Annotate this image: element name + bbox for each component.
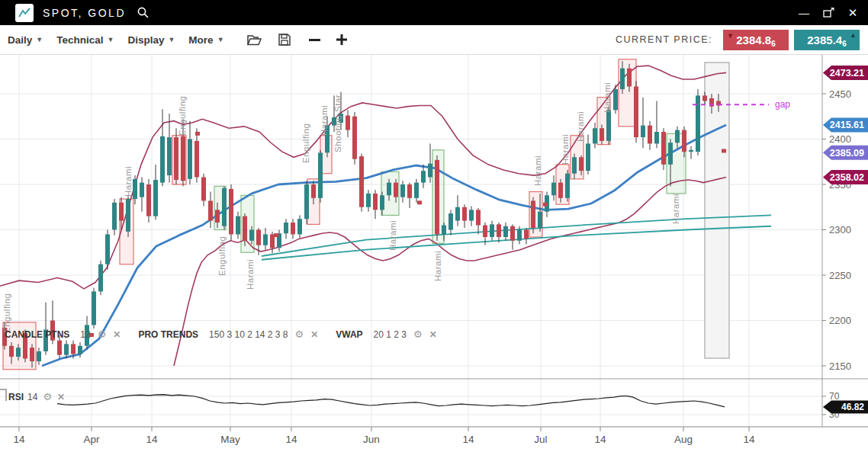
y-tick-label: 2450 xyxy=(829,88,851,100)
trading-app-window: SPOT, GOLD — ✕ Daily▼ Technical▼ xyxy=(0,0,868,455)
pattern-label: Harami xyxy=(533,155,542,186)
bid-pip-digit: 6 xyxy=(771,40,776,48)
pattern-label: Harami xyxy=(124,166,133,197)
y-tick-label: 2250 xyxy=(829,270,851,281)
bullish-candle xyxy=(442,226,446,235)
x-tick-label: Apr xyxy=(83,434,100,445)
bearish-candle xyxy=(394,183,398,197)
close-icon[interactable]: ✕ xyxy=(310,329,318,340)
pattern-label: Engulfing xyxy=(301,123,310,163)
bearish-candle xyxy=(579,157,583,171)
minimize-button[interactable]: — xyxy=(798,7,810,19)
bullish-candle xyxy=(64,344,69,354)
x-tick-label: 14 xyxy=(13,434,25,445)
bearish-candle xyxy=(146,184,151,216)
bullish-candle xyxy=(490,224,494,237)
bullish-candle xyxy=(98,264,103,292)
pattern-label: Harami xyxy=(576,111,585,142)
bullish-candle xyxy=(380,195,384,210)
gear-icon[interactable]: ⚙ xyxy=(98,328,107,340)
bullish-candle xyxy=(284,223,288,233)
bearish-candle xyxy=(373,194,378,210)
arrow-down-icon: ▼ xyxy=(727,33,734,40)
bullish-candle xyxy=(37,351,41,361)
bullish-candle xyxy=(105,234,110,264)
zoom-in-icon[interactable] xyxy=(336,34,348,46)
rsi-legend-row: RSI14 ⚙✕ xyxy=(8,391,76,402)
bullish-candle xyxy=(85,325,89,345)
bearish-candle xyxy=(627,69,632,87)
bullish-candle xyxy=(366,194,371,207)
pattern-label: Harami xyxy=(388,220,397,251)
y-tick-label: 2400 xyxy=(829,133,851,145)
open-file-icon[interactable] xyxy=(247,34,262,46)
close-icon[interactable]: ✕ xyxy=(113,329,121,340)
bullish-candle xyxy=(675,130,680,143)
x-tick-label: 14 xyxy=(285,434,297,445)
bearish-candle xyxy=(359,156,364,207)
titlebar: SPOT, GOLD — ✕ xyxy=(0,0,868,25)
x-tick-label: 14 xyxy=(462,434,474,445)
menu-display-label: Display xyxy=(127,34,164,46)
x-tick-label: Jun xyxy=(363,434,380,445)
gear-icon[interactable]: ⚙ xyxy=(43,391,52,402)
bullish-candle xyxy=(538,212,542,228)
vwap-line xyxy=(262,215,771,256)
vwap-line xyxy=(262,226,771,260)
restore-button[interactable] xyxy=(822,7,834,19)
close-button[interactable]: ✕ xyxy=(847,7,859,19)
window-controls: — ✕ xyxy=(798,7,859,19)
bullish-candle xyxy=(689,150,693,152)
menu-timeframe-label: Daily xyxy=(8,34,32,46)
rsi-drag-handle[interactable] xyxy=(0,389,7,401)
chart-area[interactable]: EngulfingHaramiEngulfingEngulfingHaramiE… xyxy=(0,55,868,455)
rsi-value-badge-text: 46.82 xyxy=(841,402,864,412)
bearish-candle xyxy=(50,321,55,341)
bid-price-badge: ▼ 2384.86 xyxy=(723,30,789,50)
bearish-candle xyxy=(510,226,515,241)
gear-icon[interactable]: ⚙ xyxy=(413,328,423,340)
bearish-candle xyxy=(57,341,62,355)
close-icon[interactable]: ✕ xyxy=(57,392,65,402)
bullish-candle xyxy=(318,152,323,198)
bullish-candle xyxy=(92,291,96,325)
bullish-candle xyxy=(297,219,302,234)
pattern-label: Engulfing xyxy=(178,96,187,136)
bullish-candle xyxy=(140,183,144,197)
close-icon[interactable]: ✕ xyxy=(429,329,437,340)
bullish-candle xyxy=(16,348,21,357)
bullish-candle xyxy=(167,137,172,175)
bearish-candle xyxy=(483,226,487,237)
menu-more-label: More xyxy=(188,34,213,46)
bullish-candle xyxy=(112,203,117,230)
pattern-label: Harami xyxy=(433,251,442,281)
pattern-marker-dot xyxy=(417,200,422,204)
bearish-candle xyxy=(661,132,666,165)
menu-technical[interactable]: Technical▼ xyxy=(56,34,114,46)
bullish-candle xyxy=(503,226,508,237)
zoom-out-icon[interactable] xyxy=(309,39,320,41)
bullish-candle xyxy=(448,213,453,229)
pattern-marker-dot xyxy=(274,233,278,237)
menu-display[interactable]: Display▼ xyxy=(127,34,175,46)
menu-timeframe[interactable]: Daily▼ xyxy=(8,34,43,46)
chevron-down-icon: ▼ xyxy=(36,36,43,43)
gear-icon[interactable]: ⚙ xyxy=(295,328,304,340)
menu-more[interactable]: More▼ xyxy=(188,34,223,46)
x-tick-label: Aug xyxy=(674,434,693,445)
bearish-candle xyxy=(476,210,481,225)
bullish-candle xyxy=(188,139,192,179)
bullish-candle xyxy=(133,179,137,199)
bearish-candle xyxy=(600,128,604,141)
y-tick-label: 2200 xyxy=(829,315,851,326)
bullish-candle xyxy=(414,183,419,198)
current-price-zone: CURRENT PRICE: ▼ 2384.86 2385.46 ▲ xyxy=(616,30,865,50)
bearish-candle xyxy=(407,184,412,198)
ask-price-value: 2385.4 xyxy=(807,34,842,46)
search-icon[interactable] xyxy=(137,6,149,19)
gap-label: gap xyxy=(775,99,790,110)
save-icon[interactable] xyxy=(278,34,291,46)
pattern-marker-dot xyxy=(543,203,548,207)
candlestick-chart-canvas[interactable]: EngulfingHaramiEngulfingEngulfingHaramiE… xyxy=(0,55,868,455)
bullish-candle xyxy=(421,171,426,182)
